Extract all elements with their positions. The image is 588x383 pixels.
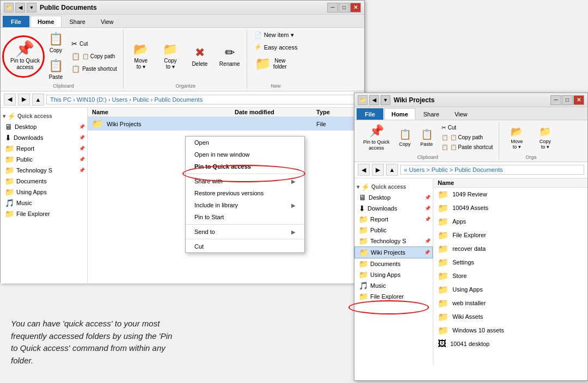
quick-access-header[interactable]: ▾ ⚡ Quick access xyxy=(1,110,87,121)
tab-share[interactable]: Share xyxy=(63,16,93,27)
minimize-button[interactable]: ─ xyxy=(327,3,338,13)
right-quick-access-header[interactable]: ▾ ⚡ Quick access xyxy=(354,181,433,192)
ctx-open-new-window[interactable]: Open in new window xyxy=(186,149,304,160)
right-tab-file[interactable]: File xyxy=(357,108,383,120)
right-tab-home[interactable]: Home xyxy=(384,108,415,120)
delete-button[interactable]: ✖ Delete xyxy=(187,44,213,69)
address-path[interactable]: This PC › WIN10 (D:) › Users › Public › … xyxy=(46,95,361,104)
sidebar-item-downloads[interactable]: ⬇ Downloads 📌 xyxy=(1,132,87,143)
maximize-button[interactable]: □ xyxy=(339,3,350,13)
cut-label: Cut xyxy=(79,41,88,47)
right-sidebar-wiki[interactable]: 📁 Wiki Projects 📌 xyxy=(354,246,433,258)
right-file-store[interactable]: 📁 Store xyxy=(433,269,587,283)
copy-path-button[interactable]: 📋 📋 Copy path xyxy=(69,51,120,62)
move-to-button[interactable]: 📂 Move to ▾ xyxy=(128,40,154,72)
right-sidebar-desktop[interactable]: 🖥 Desktop 📌 xyxy=(354,192,433,203)
right-copy-to-button[interactable]: 📁 Copy to ▾ xyxy=(532,123,558,152)
right-sidebar-usingapps[interactable]: 📁 Using Apps xyxy=(354,269,433,280)
right-file-webinstaller[interactable]: 📁 web installer xyxy=(433,296,587,310)
tab-file[interactable]: File xyxy=(3,16,29,27)
breadcrumb-users[interactable]: Users xyxy=(112,96,127,103)
ctx-open[interactable]: Open xyxy=(186,137,304,149)
right-copy-path-button[interactable]: 📋 📋 Copy path xyxy=(439,133,496,142)
right-tab-share[interactable]: Share xyxy=(416,108,446,120)
right-close-button[interactable]: ✕ xyxy=(573,95,584,105)
right-file-1049review[interactable]: 📁 1049 Review xyxy=(433,188,587,201)
ctx-pin-quick-access[interactable]: Pin to Quick access xyxy=(186,160,304,172)
breadcrumb-pubdocs[interactable]: Public Documents xyxy=(155,96,203,103)
right-file-usingapps[interactable]: 📁 Using Apps xyxy=(433,283,587,296)
right-maximize-button[interactable]: □ xyxy=(562,95,573,105)
right-file-win10assets[interactable]: 📁 Windows 10 assets xyxy=(433,324,587,337)
right-file-10041desktop[interactable]: 🖼 10041 desktop xyxy=(433,337,587,350)
sidebar-item-techS[interactable]: 📁 Technology S 📌 xyxy=(1,165,87,176)
forward-button[interactable]: ▶ xyxy=(18,94,30,106)
right-file-recoverdata[interactable]: 📁 recover data xyxy=(433,242,587,256)
sidebar-item-music[interactable]: 🎵 Music xyxy=(1,197,87,208)
right-file-10049assets[interactable]: 📁 10049 Assets xyxy=(433,201,587,215)
right-paste-button[interactable]: 📋 Paste xyxy=(417,126,437,149)
right-paste-shortcut-button[interactable]: 📋 📋 Paste shortcut xyxy=(439,143,496,152)
back-button[interactable]: ◀ xyxy=(4,94,16,106)
new-folder-button[interactable]: 📁 New folder xyxy=(252,54,290,73)
pin-indicator: 📌 xyxy=(79,124,85,129)
ctx-cut[interactable]: Cut xyxy=(186,240,304,252)
right-sidebar-report[interactable]: 📁 Report 📌 xyxy=(354,214,433,225)
up-button[interactable]: ▲ xyxy=(32,94,44,106)
ctx-send-to[interactable]: Send to ▶ xyxy=(186,226,304,238)
copy-to-button[interactable]: 📁 Copy to ▾ xyxy=(157,40,183,72)
rename-button[interactable]: ✏ Rename xyxy=(216,44,243,69)
right-address-bar: ◀ ▶ ▲ « Users > Public > Public Document… xyxy=(354,162,587,178)
ctx-sendto-label: Send to xyxy=(194,228,215,235)
sidebar-item-desktop[interactable]: 🖥 Desktop 📌 xyxy=(1,121,87,132)
right-move-to-button[interactable]: 📂 Move to ▾ xyxy=(504,123,530,152)
right-forward-button[interactable]: ▶ xyxy=(372,164,384,176)
ctx-pin-start[interactable]: Pin to Start xyxy=(186,211,304,223)
right-copy-button[interactable]: 📋 Copy xyxy=(395,126,415,149)
copy-button[interactable]: 📋 Copy xyxy=(45,30,66,55)
right-minimize-button[interactable]: ─ xyxy=(550,95,561,105)
easy-access-button[interactable]: ⚡ Easy access xyxy=(252,42,301,52)
sidebar-item-report[interactable]: 📁 Report 📌 xyxy=(1,143,87,154)
file-row-wiki[interactable]: 📁 Wiki Projects File xyxy=(88,117,364,131)
right-sidebar-music[interactable]: 🎵 Music xyxy=(354,280,433,291)
new-item-label: New item ▾ xyxy=(264,32,294,39)
right-address-path[interactable]: « Users > Public > Public Documents xyxy=(400,165,584,175)
right-sidebar-techs[interactable]: 📁 Technology S 📌 xyxy=(354,236,433,246)
breadcrumb-drive[interactable]: WIN10 (D:) xyxy=(77,96,107,103)
right-pin-icon: 📌 xyxy=(369,124,384,138)
paste-shortcut-button[interactable]: 📋 Paste shortcut xyxy=(69,63,120,75)
right-moveto-label: Move to ▾ xyxy=(511,139,523,150)
cut-button[interactable]: ✂ Cut xyxy=(69,38,120,50)
right-file-fileexplorer[interactable]: 📁 File Explorer xyxy=(433,228,587,242)
right-clipboard-btns: 📌 Pin to Quickaccess 📋 Copy 📋 Paste ✂ Cu… xyxy=(360,122,495,153)
breadcrumb-public[interactable]: Public xyxy=(133,96,149,103)
sidebar-item-usingapps[interactable]: 📁 Using Apps xyxy=(1,187,87,197)
sidebar-item-public[interactable]: 📁 Public 📌 xyxy=(1,154,87,165)
right-up-button[interactable]: ▲ xyxy=(386,164,398,176)
tab-home[interactable]: Home xyxy=(30,16,62,27)
breadcrumb-thispc[interactable]: This PC xyxy=(50,96,71,103)
tab-view[interactable]: View xyxy=(94,16,121,27)
right-pin-quick-access-button[interactable]: 📌 Pin to Quickaccess xyxy=(360,122,393,153)
sidebar-item-documents[interactable]: 📁 Documents xyxy=(1,176,87,187)
sidebar-item-fileexplorer[interactable]: 📁 File Explorer xyxy=(1,208,87,219)
copy-label: Copy xyxy=(50,47,62,53)
right-cut-button[interactable]: ✂ Cut xyxy=(439,123,496,132)
right-sidebar-fileexplorer[interactable]: 📁 File Explorer xyxy=(354,291,433,302)
ctx-share-with[interactable]: Share with ▶ xyxy=(186,175,304,187)
right-back-button[interactable]: ◀ xyxy=(358,164,370,176)
right-tab-view[interactable]: View xyxy=(448,108,475,120)
right-sidebar-public[interactable]: 📁 Public xyxy=(354,225,433,236)
ctx-include-library[interactable]: Include in library ▶ xyxy=(186,199,304,211)
new-item-button[interactable]: 📄 New item ▾ xyxy=(252,30,297,40)
right-file-settings[interactable]: 📁 Settings xyxy=(433,256,587,269)
pin-quick-access-button[interactable]: 📌 Pin to Quickaccess xyxy=(7,39,43,73)
right-sidebar-docs[interactable]: 📁 Documents xyxy=(354,258,433,269)
right-sidebar-downloads[interactable]: ⬇ Downloads 📌 xyxy=(354,203,433,214)
right-file-wikiassets[interactable]: 📁 Wiki Assets xyxy=(433,310,587,324)
ctx-restore-prev[interactable]: Restore previous versions xyxy=(186,187,304,199)
close-button[interactable]: ✕ xyxy=(350,3,361,13)
paste-button[interactable]: 📋 Paste xyxy=(45,57,66,82)
right-file-apps[interactable]: 📁 Apps xyxy=(433,215,587,228)
